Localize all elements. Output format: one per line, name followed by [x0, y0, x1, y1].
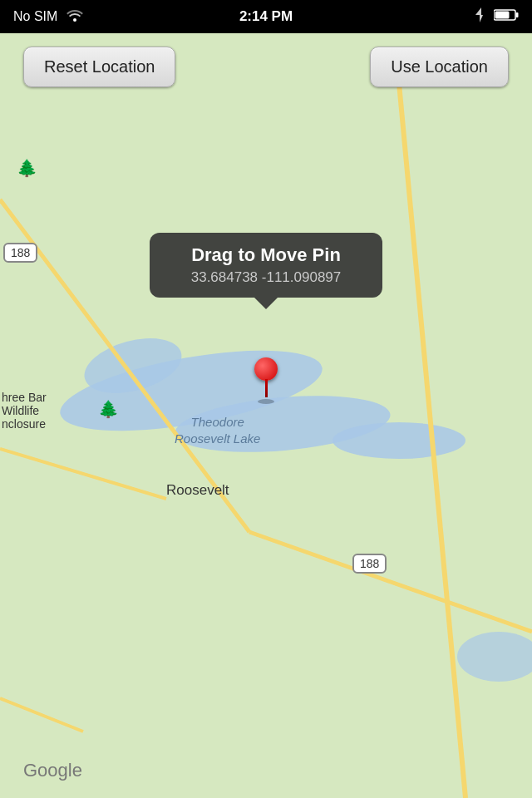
pin-callout: Drag to Move Pin 33.684738 -111.090897: [150, 233, 382, 298]
svg-rect-1: [516, 12, 519, 17]
callout-title: Drag to Move Pin: [168, 244, 364, 266]
toolbar: Reset Location Use Location: [0, 47, 532, 87]
pin-head: [254, 357, 278, 381]
pin-shadow: [258, 399, 274, 404]
callout-coords: 33.684738 -111.090897: [168, 269, 364, 286]
use-location-button[interactable]: Use Location: [370, 47, 509, 87]
map-background: [0, 33, 532, 798]
google-watermark: Google: [23, 760, 82, 781]
map-pin[interactable]: [254, 357, 278, 404]
road-badge-188-bottom: 188: [352, 554, 387, 574]
battery-icon: [494, 8, 519, 25]
wifi-icon: [66, 8, 84, 25]
status-bar: No SIM 2:14 PM: [0, 0, 532, 33]
google-label: Google: [23, 760, 82, 781]
tree-icon-2: 🌲: [98, 399, 119, 419]
road-badge-188-top: 188: [3, 243, 37, 263]
reset-location-button[interactable]: Reset Location: [23, 47, 175, 87]
svg-rect-2: [495, 12, 510, 19]
time-display: 2:14 PM: [239, 8, 293, 25]
tree-icon-1: 🌲: [17, 158, 37, 178]
pin-stem: [265, 379, 268, 397]
map-container[interactable]: 🌲 🌲 hree Bar Wildlife nclosure TheodoreR…: [0, 33, 532, 798]
location-icon: [475, 7, 487, 26]
carrier-label: No SIM: [13, 9, 57, 24]
